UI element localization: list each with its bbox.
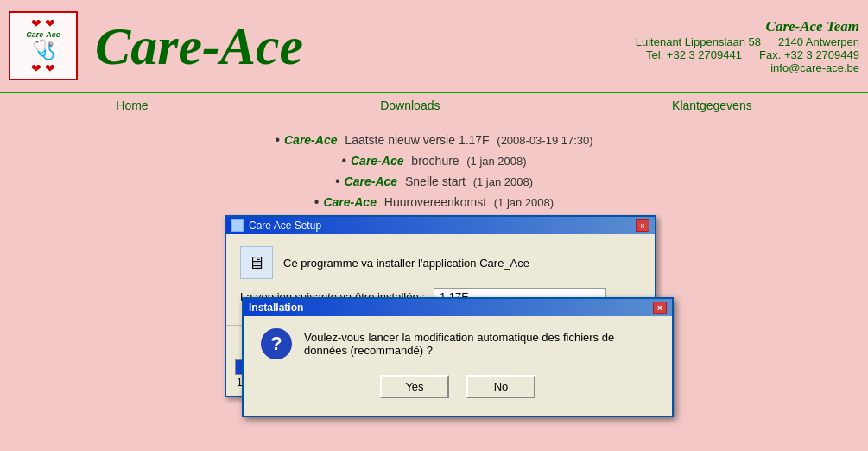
site-title: Care-Ace xyxy=(86,16,636,77)
download-link-3[interactable]: Care-Ace xyxy=(345,175,397,188)
question-icon: ? xyxy=(261,328,292,359)
main-content: • Care-Ace Laatste nieuw versie 1.17F (2… xyxy=(0,118,868,431)
fax-text: Fax. +32 3 2709449 xyxy=(759,48,859,61)
install-buttons: Yes No xyxy=(261,375,655,398)
logo-hearts-bottom: ❤ ❤ xyxy=(31,61,55,75)
address-line1: Luitenant Lippenslaan 58 2140 Antwerpen xyxy=(636,35,859,48)
setup-window-icon xyxy=(231,219,244,232)
download-desc-2: brochure xyxy=(408,154,459,168)
header: ❤ ❤ Care-Ace 🩺 ❤ ❤ Care-Ace Care-Ace Tea… xyxy=(0,0,868,93)
download-item-1: • Care-Ace Laatste nieuw versie 1.17F (2… xyxy=(17,132,851,148)
address-text: Luitenant Lippenslaan 58 xyxy=(636,35,761,48)
install-body: ? Voulez-vous lancer la modification aut… xyxy=(244,316,672,416)
download-desc-3: Snelle start xyxy=(402,175,466,188)
download-item-4: • Care-Ace Huurovereenkomst (1 jan 2008) xyxy=(17,194,851,210)
install-question-text: Voulez-vous lancer la modification autom… xyxy=(304,331,655,357)
setup-titlebar: Care Ace Setup × xyxy=(226,217,655,234)
download-link-2[interactable]: Care-Ace xyxy=(351,154,403,168)
yes-button[interactable]: Yes xyxy=(380,375,449,398)
download-link-4[interactable]: Care-Ace xyxy=(323,195,376,209)
install-close-button[interactable]: × xyxy=(653,302,667,314)
dialog-area: Care Ace Setup × 🖥 Ce programme va insta… xyxy=(17,215,851,422)
setup-message: Ce programme va installer l'application … xyxy=(283,257,529,270)
logo-box: ❤ ❤ Care-Ace 🩺 ❤ ❤ xyxy=(9,11,78,80)
contact-info: Care-Ace Team Luitenant Lippenslaan 58 2… xyxy=(636,18,859,74)
download-date-1: (2008-03-19 17:30) xyxy=(494,134,593,147)
address-line2: Tel. +32 3 2709441 Fax. +32 3 2709449 xyxy=(636,48,859,61)
no-button[interactable]: No xyxy=(466,375,535,398)
download-desc-1: Laatste nieuw versie 1.17F xyxy=(341,133,489,147)
logo-hearts-top: ❤ ❤ xyxy=(31,16,55,30)
nav-home[interactable]: Home xyxy=(116,98,148,112)
download-link-1[interactable]: Care-Ace xyxy=(284,133,337,147)
setup-close-button[interactable]: × xyxy=(636,219,649,232)
logo-small-text: Care-Ace xyxy=(26,30,60,39)
tel-text: Tel. +32 3 2709441 xyxy=(646,48,742,61)
download-desc-4: Huurovereenkomst xyxy=(381,195,486,209)
setup-title-text: Care Ace Setup xyxy=(249,219,321,232)
bullet-1: • xyxy=(275,132,280,148)
team-name: Care-Ace Team xyxy=(636,18,859,35)
nav-klantgegevens[interactable]: Klantgegevens xyxy=(672,98,752,112)
bullet-2: • xyxy=(341,153,346,168)
bullet-4: • xyxy=(314,194,320,210)
setup-computer-icon: 🖥 xyxy=(240,246,273,279)
download-item-3: • Care-Ace Snelle start (1 jan 2008) xyxy=(17,174,851,189)
download-item-2: • Care-Ace brochure (1 jan 2008) xyxy=(17,153,851,168)
install-title-text: Installation xyxy=(249,302,303,314)
nav-downloads[interactable]: Downloads xyxy=(380,98,440,112)
logo-stethoscope-icon: 🩺 xyxy=(32,39,55,61)
download-date-3: (1 jan 2008) xyxy=(470,175,533,188)
email-text[interactable]: info@care-ace.be xyxy=(636,61,859,74)
city-text: 2140 Antwerpen xyxy=(778,35,859,48)
bullet-3: • xyxy=(335,174,340,189)
download-date-2: (1 jan 2008) xyxy=(464,155,527,168)
install-dialog[interactable]: Installation × ? Voulez-vous lancer la m… xyxy=(242,297,674,417)
nav-bar: Home Downloads Klantgegevens xyxy=(0,93,868,118)
install-question-row: ? Voulez-vous lancer la modification aut… xyxy=(261,328,655,359)
install-titlebar: Installation × xyxy=(244,299,672,316)
download-date-4: (1 jan 2008) xyxy=(491,196,554,209)
setup-message-row: 🖥 Ce programme va installer l'applicatio… xyxy=(240,246,641,279)
setup-title-left: Care Ace Setup xyxy=(231,219,321,232)
